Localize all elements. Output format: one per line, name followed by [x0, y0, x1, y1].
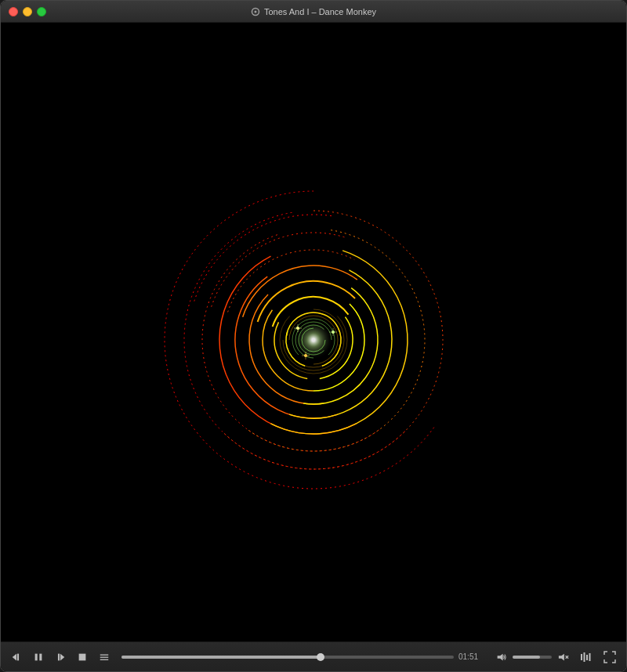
svg-rect-17: [586, 655, 588, 660]
main-window: Tones And I – Dance Monkey: [0, 0, 627, 672]
minimize-button[interactable]: [23, 7, 32, 16]
pause-button[interactable]: [29, 649, 48, 665]
playlist-button[interactable]: [95, 649, 114, 665]
volume-slider[interactable]: [513, 656, 552, 659]
svg-marker-5: [60, 653, 64, 660]
progress-fill: [121, 656, 321, 659]
svg-rect-4: [39, 653, 42, 660]
title-bar: Tones And I – Dance Monkey: [1, 1, 626, 23]
svg-rect-18: [589, 653, 591, 661]
svg-rect-16: [584, 652, 585, 662]
svg-rect-7: [79, 653, 86, 660]
traffic-lights: [9, 7, 46, 16]
svg-marker-1: [13, 653, 16, 660]
forward-button[interactable]: [51, 649, 70, 665]
svg-rect-9: [100, 656, 109, 657]
progress-section: 01:51: [121, 652, 484, 661]
svg-marker-11: [498, 653, 503, 660]
svg-rect-6: [58, 653, 60, 660]
mute-button[interactable]: [554, 649, 573, 665]
progress-thumb: [317, 653, 324, 661]
volume-icon[interactable]: [491, 649, 510, 665]
audio-visualizer: [1, 23, 626, 641]
svg-rect-3: [35, 653, 38, 660]
close-button[interactable]: [9, 7, 18, 16]
svg-rect-15: [581, 654, 582, 660]
svg-marker-12: [559, 653, 564, 660]
time-display: 01:51: [458, 652, 484, 661]
controls-bar: 01:51: [1, 641, 626, 671]
equalizer-button[interactable]: [576, 649, 596, 666]
svg-point-0: [254, 10, 256, 13]
volume-section: [491, 649, 573, 665]
progress-bar[interactable]: [121, 656, 454, 659]
svg-rect-2: [17, 653, 19, 660]
svg-rect-8: [100, 654, 109, 655]
rewind-button[interactable]: [7, 649, 26, 665]
window-title: Tones And I – Dance Monkey: [251, 7, 376, 16]
volume-fill: [513, 656, 540, 659]
stop-button[interactable]: [73, 649, 92, 665]
svg-rect-10: [100, 659, 109, 659]
visualizer-area: [1, 23, 626, 641]
maximize-button[interactable]: [37, 7, 46, 16]
fullscreen-button[interactable]: [600, 649, 620, 666]
